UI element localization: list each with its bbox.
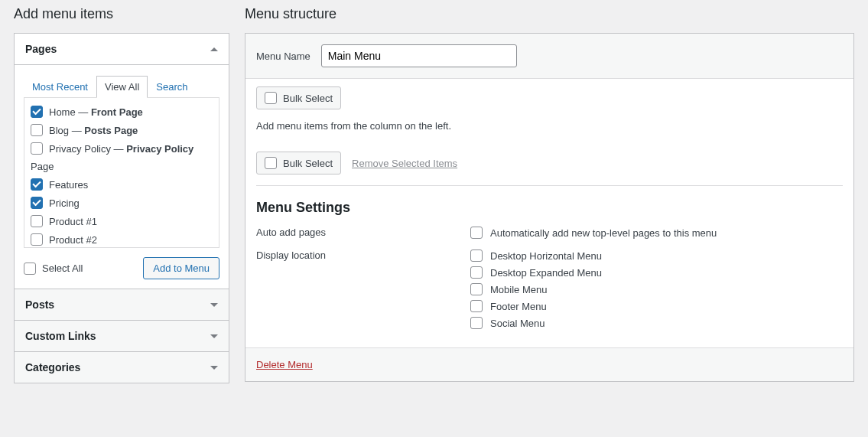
accordion-posts-label: Posts: [25, 298, 54, 311]
page-item[interactable]: Product #1: [31, 212, 213, 230]
page-label: Blog: [49, 125, 69, 136]
page-item[interactable]: Product #2: [31, 230, 213, 248]
accordion-posts-header[interactable]: Posts: [15, 289, 229, 320]
checkbox[interactable]: [31, 106, 43, 118]
tab-view-all[interactable]: View All: [96, 76, 148, 98]
accordion-pages-label: Pages: [25, 43, 57, 55]
menu-name-input[interactable]: [321, 44, 517, 67]
page-tabs: Most Recent View All Search: [24, 76, 219, 97]
checkbox[interactable]: [31, 197, 43, 209]
page-item[interactable]: Features: [31, 175, 213, 194]
display-location-label: Display location: [256, 249, 470, 261]
page-item[interactable]: Blog — Posts Page: [31, 121, 213, 139]
divider: [256, 185, 843, 186]
empty-hint: Add menu items from the column on the le…: [256, 120, 843, 132]
delete-menu-link[interactable]: Delete Menu: [256, 359, 313, 370]
checkbox[interactable]: [31, 124, 43, 136]
bulk-select-bottom[interactable]: Bulk Select: [256, 152, 341, 174]
accordion-pages-header[interactable]: Pages: [15, 34, 229, 65]
page-item[interactable]: Privacy Policy — Privacy Policy: [31, 139, 213, 158]
chevron-up-icon: [210, 47, 218, 51]
accordion-container: Pages Most Recent View All Search Home —…: [14, 33, 229, 383]
location-option: Social Menu: [490, 318, 545, 329]
bulk-select-label: Bulk Select: [283, 93, 333, 104]
page-label: Product #1: [49, 216, 97, 227]
accordion-categories-header[interactable]: Categories: [15, 351, 229, 383]
checkbox[interactable]: [265, 157, 277, 169]
bulk-select-label: Bulk Select: [283, 158, 333, 169]
checkbox[interactable]: [31, 142, 43, 155]
tab-most-recent[interactable]: Most Recent: [24, 76, 96, 98]
location-checkbox[interactable]: [470, 283, 483, 295]
tab-search[interactable]: Search: [148, 76, 196, 98]
pages-list[interactable]: Home — Front Page Blog — Posts Page Priv…: [24, 97, 219, 248]
accordion-categories-label: Categories: [25, 361, 80, 373]
menu-structure-title: Menu structure: [245, 0, 854, 33]
location-checkbox[interactable]: [470, 266, 483, 279]
checkbox[interactable]: [31, 215, 43, 227]
chevron-down-icon: [210, 366, 218, 370]
menu-settings-title: Menu Settings: [256, 200, 843, 216]
bulk-select-top[interactable]: Bulk Select: [256, 86, 341, 109]
add-items-title: Add menu items: [14, 0, 229, 33]
chevron-down-icon: [210, 334, 218, 338]
location-checkbox[interactable]: [470, 300, 483, 312]
page-item[interactable]: Home — Front Page: [31, 103, 213, 121]
page-label: Privacy Policy: [49, 143, 111, 155]
chevron-down-icon: [210, 303, 218, 307]
pages-subhead: Page: [31, 158, 213, 175]
menu-name-label: Menu Name: [256, 51, 310, 62]
location-option: Footer Menu: [490, 301, 547, 312]
location-checkbox[interactable]: [470, 249, 483, 262]
page-label: Features: [49, 179, 88, 191]
location-checkbox[interactable]: [470, 317, 483, 329]
checkbox[interactable]: [265, 92, 277, 104]
add-to-menu-button[interactable]: Add to Menu: [143, 257, 219, 279]
location-option: Mobile Menu: [490, 284, 547, 295]
accordion-pages-body: Most Recent View All Search Home — Front…: [15, 65, 229, 289]
page-label: Product #2: [49, 234, 97, 246]
page-label: Pricing: [49, 197, 80, 209]
auto-add-label: Auto add pages: [256, 227, 470, 238]
checkbox[interactable]: [31, 178, 43, 191]
page-label: Home: [49, 106, 76, 118]
location-option: Desktop Horizontal Menu: [490, 250, 602, 262]
select-all-checkbox[interactable]: [24, 263, 36, 275]
auto-add-option: Automatically add new top-level pages to…: [490, 227, 717, 239]
remove-selected-link: Remove Selected Items: [352, 158, 457, 169]
page-item[interactable]: Pricing: [31, 194, 213, 212]
select-all-label: Select All: [42, 263, 83, 274]
auto-add-checkbox[interactable]: [470, 227, 483, 239]
checkbox[interactable]: [31, 233, 43, 246]
location-option: Desktop Expanded Menu: [490, 267, 602, 279]
menu-panel: Menu Name Bulk Select Add menu items fro…: [245, 33, 854, 382]
accordion-custom-links-label: Custom Links: [25, 330, 96, 342]
accordion-custom-links-header[interactable]: Custom Links: [15, 320, 229, 351]
